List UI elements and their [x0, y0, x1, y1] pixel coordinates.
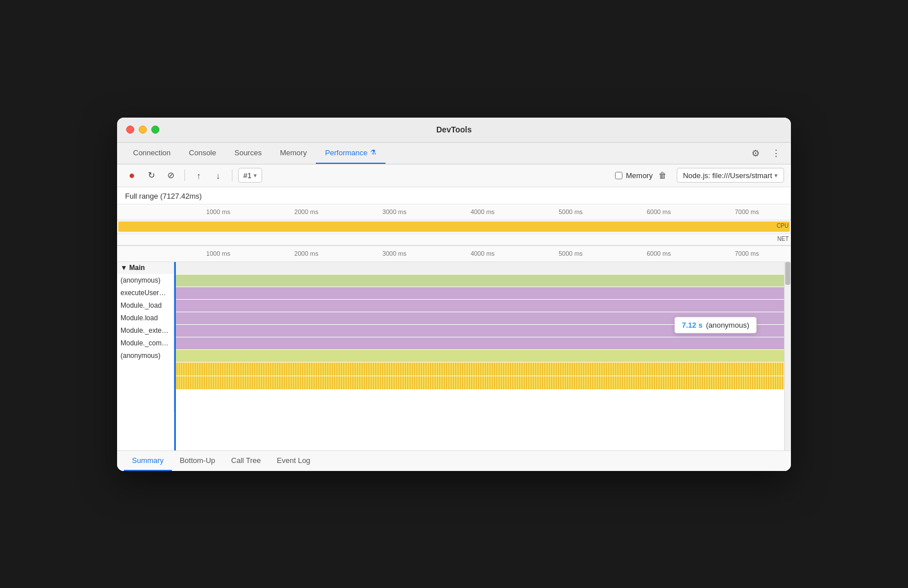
maximize-button[interactable] [151, 126, 159, 134]
tab-memory[interactable]: Memory [271, 142, 316, 164]
time-indicator [174, 262, 176, 450]
flame-bar-7 [174, 363, 791, 376]
net-bar-row: NET [117, 234, 791, 245]
main-content: Full range (7127.42ms) 1000 ms 2000 ms 3… [117, 187, 791, 471]
mark-2000: 2000 ms [262, 208, 350, 215]
record-button[interactable]: ● [124, 167, 140, 183]
upload-button[interactable]: ↑ [191, 167, 207, 183]
clear-button[interactable]: ⊘ [163, 167, 179, 183]
mark-1000: 1000 ms [174, 208, 262, 215]
refresh-button[interactable]: ↻ [143, 167, 159, 183]
empty-space [117, 390, 791, 413]
flame-mark-4000: 4000 ms [439, 250, 527, 257]
ruler-marks: 1000 ms 2000 ms 3000 ms 4000 ms 5000 ms … [174, 208, 791, 215]
flame-mark-6000: 6000 ms [614, 250, 702, 257]
clean-button[interactable]: 🗑 [656, 170, 669, 181]
flame-section: ▼ Main (anonymous) executeUserEntryPoint… [117, 262, 791, 450]
flame-main-header: ▼ Main [117, 262, 791, 275]
divider-2 [232, 170, 232, 181]
tabbar: Connection Console Sources Memory Perfor… [117, 143, 791, 164]
flame-label-7 [117, 363, 174, 376]
tab-console[interactable]: Console [180, 142, 226, 164]
mark-3000: 3000 ms [351, 208, 439, 215]
traffic-lights [126, 126, 159, 134]
flame-bar-8 [174, 376, 791, 389]
tab-summary[interactable]: Summary [124, 450, 172, 471]
flame-row-2: Module._load [117, 300, 791, 312]
memory-label: Memory [626, 171, 653, 180]
flame-label-8 [117, 376, 174, 389]
settings-button[interactable]: ⚙ [748, 145, 764, 161]
flame-bar-1 [174, 287, 791, 299]
flame-bar-0 [174, 275, 791, 287]
flame-label-0: (anonymous) [117, 275, 174, 287]
flame-row-5: Module._compile [117, 337, 791, 350]
scrollbar-thumb[interactable] [785, 262, 790, 285]
tab-performance[interactable]: Performance ⚗ [316, 142, 385, 164]
download-button[interactable]: ↓ [210, 167, 226, 183]
flame-row-1: executeUserEntryPoint 7.12 s (anonymous) [117, 287, 791, 300]
main-bar-area [174, 262, 791, 274]
node-dropdown-arrow: ▾ [774, 172, 778, 179]
flame-mark-5000: 5000 ms [527, 250, 614, 257]
more-button[interactable]: ⋮ [768, 145, 784, 161]
flame-mark-1000: 1000 ms [174, 250, 262, 257]
flame-bar-6 [174, 350, 791, 362]
tooltip-label: (anonymous) [706, 321, 749, 329]
tab-sources[interactable]: Sources [225, 142, 271, 164]
scrollbar-track[interactable] [784, 262, 791, 450]
mark-5000: 5000 ms [527, 208, 614, 215]
flame-ruler-marks: 1000 ms 2000 ms 3000 ms 4000 ms 5000 ms … [174, 250, 791, 257]
overview-ruler: 1000 ms 2000 ms 3000 ms 4000 ms 5000 ms … [117, 204, 791, 220]
flame-label-3: Module.load [117, 312, 174, 324]
cpu-bar-row: CPU [117, 220, 791, 234]
flame-label-5: Module._compile [117, 337, 174, 349]
profile-dropdown-arrow: ▾ [254, 172, 257, 179]
range-header: Full range (7127.42ms) [117, 187, 791, 204]
cpu-bar [118, 221, 790, 232]
memory-checkbox[interactable] [615, 172, 622, 179]
flame-row-0: (anonymous) [117, 275, 791, 287]
close-button[interactable] [126, 126, 134, 134]
flame-ruler: 1000 ms 2000 ms 3000 ms 4000 ms 5000 ms … [117, 246, 791, 262]
main-label: ▼ Main [117, 262, 174, 274]
flame-label-6: (anonymous) [117, 350, 174, 362]
tab-connection[interactable]: Connection [124, 142, 180, 164]
toolbar: ● ↻ ⊘ ↑ ↓ #1 ▾ Memory 🗑 Node.js: file://… [117, 164, 791, 187]
titlebar: DevTools [117, 118, 791, 143]
divider-1 [184, 170, 185, 181]
timeline-area[interactable]: 1000 ms 2000 ms 3000 ms 4000 ms 5000 ms … [117, 246, 791, 450]
flame-bar-5 [174, 337, 791, 349]
memory-checkbox-area: Memory [615, 171, 653, 180]
flame-row-6: (anonymous) [117, 350, 791, 363]
profile-selector[interactable]: #1 ▾ [238, 168, 262, 183]
node-selector[interactable]: Node.js: file:///Users/stmart ▾ [677, 168, 784, 183]
flame-label-2: Module._load [117, 300, 174, 312]
flame-label-1: executeUserEntryPoint [117, 287, 174, 299]
flame-row-7 [117, 363, 791, 376]
bottom-tabs: Summary Bottom-Up Call Tree Event Log [117, 450, 791, 471]
flame-mark-7000: 7000 ms [703, 250, 791, 257]
flame-bar-2 [174, 300, 791, 312]
cpu-label: CPU [777, 223, 789, 229]
flame-mark-2000: 2000 ms [262, 250, 350, 257]
mark-6000: 6000 ms [614, 208, 702, 215]
minimize-button[interactable] [139, 126, 147, 134]
tab-event-log[interactable]: Event Log [269, 450, 319, 471]
mark-7000: 7000 ms [703, 208, 791, 215]
tab-call-tree[interactable]: Call Tree [223, 450, 269, 471]
tab-bottom-up[interactable]: Bottom-Up [172, 450, 223, 471]
performance-icon: ⚗ [370, 148, 376, 156]
flame-row-8 [117, 376, 791, 390]
tabbar-right: ⚙ ⋮ [748, 145, 784, 161]
flame-mark-3000: 3000 ms [351, 250, 439, 257]
flame-label-4: Module._extensions..js [117, 325, 174, 337]
mark-4000: 4000 ms [439, 208, 527, 215]
window-title: DevTools [436, 125, 472, 134]
devtools-window: DevTools Connection Console Sources Memo… [117, 118, 791, 471]
tooltip-time: 7.12 s [682, 321, 702, 329]
net-label: NET [777, 236, 789, 242]
flame-tooltip: 7.12 s (anonymous) [674, 317, 757, 333]
